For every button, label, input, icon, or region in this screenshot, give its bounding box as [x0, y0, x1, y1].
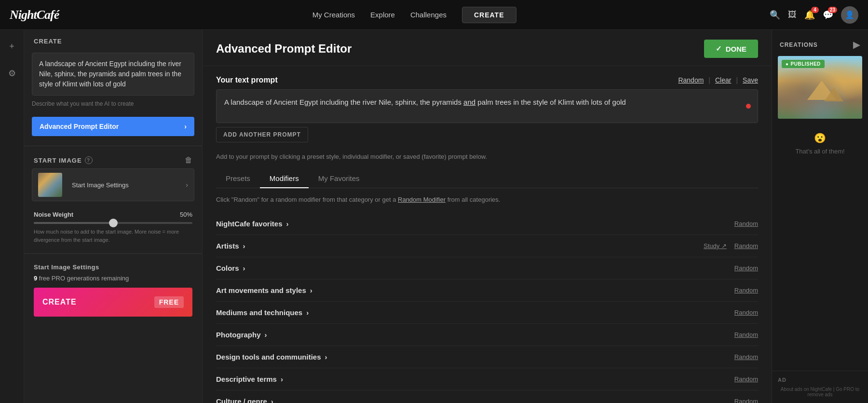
delete-start-image-icon[interactable]: 🗑 [185, 156, 192, 165]
settings-icon-btn[interactable]: ⚙ [3, 65, 21, 82]
slider-thumb[interactable] [109, 219, 118, 227]
app-logo[interactable]: NightCafé [10, 8, 59, 22]
noise-weight-hint: How much noise to add to the start image… [34, 228, 192, 244]
tabs-row: Presets Modifiers My Favorites [216, 169, 758, 188]
prompt-display-box[interactable]: A landscape of Ancient Egypt including t… [216, 89, 758, 123]
text-prompt-label: Your text prompt [216, 76, 278, 84]
main-content: Advanced Prompt Editor ✓ DONE Your text … [203, 30, 772, 403]
start-image-header: START IMAGE ? 🗑 [24, 152, 202, 168]
prompt-hint-text: Describe what you want the AI to create [32, 100, 194, 107]
category-mediums-techniques[interactable]: Mediums and techniques › Random [216, 302, 758, 324]
notifications-icon[interactable]: 🔔 4 [804, 10, 815, 20]
category-chevron-icon: › [306, 308, 309, 317]
start-image-thumbnail [38, 173, 62, 197]
free-tag: FREE [154, 296, 184, 308]
category-chevron-icon: › [281, 375, 283, 383]
category-chevron-icon: › [325, 353, 327, 361]
editor-body: Your text prompt Random | Clear | Save A… [203, 66, 772, 403]
nav-right-section: 🔍 🖼 🔔 4 💬 23 👤 [770, 6, 858, 24]
tab-my-favorites[interactable]: My Favorites [309, 169, 369, 188]
advanced-prompt-editor-button[interactable]: Advanced Prompt Editor › [32, 117, 194, 136]
category-chevron-icon: › [271, 397, 273, 403]
category-chevron-icon: › [286, 220, 289, 228]
tab-modifiers[interactable]: Modifiers [260, 169, 309, 188]
modifier-categories-list: NightCafe favorites › Random Artists › S… [216, 213, 758, 403]
search-icon[interactable]: 🔍 [770, 10, 780, 20]
image-icon[interactable]: 🖼 [788, 10, 797, 20]
empty-state-text: That's all of them! [795, 148, 844, 155]
photography-random-action[interactable]: Random [734, 331, 758, 338]
art-movements-random-action[interactable]: Random [734, 287, 758, 294]
left-panel: CREATE A landscape of Ancient Egypt incl… [24, 30, 203, 403]
random-modifier-link[interactable]: Random Modifier [398, 196, 446, 203]
nav-explore[interactable]: Explore [370, 11, 395, 19]
settings-section-title: Start Image Settings [34, 264, 192, 271]
category-descriptive-terms[interactable]: Descriptive terms › Random [216, 368, 758, 390]
mediums-random-action[interactable]: Random [734, 309, 758, 316]
user-avatar[interactable]: 👤 [841, 6, 858, 24]
category-design-tools[interactable]: Design tools and communities › Random [216, 346, 758, 368]
messages-icon[interactable]: 💬 23 [823, 10, 833, 20]
empty-state: 😮 That's all of them! [772, 123, 868, 165]
category-colors[interactable]: Colors › Random [216, 257, 758, 279]
empty-state-emoji: 😮 [814, 132, 826, 144]
chevron-right-icon: › [184, 123, 187, 130]
editor-title: Advanced Prompt Editor [216, 42, 352, 56]
text-prompt-actions: Random | Clear | Save [678, 76, 758, 84]
green-dot-icon: ● [786, 61, 789, 67]
published-badge: ● PUBLISHED [782, 60, 825, 68]
messages-badge: 23 [828, 7, 837, 13]
text-prompt-section: Your text prompt Random | Clear | Save A… [216, 76, 758, 142]
tab-presets[interactable]: Presets [216, 169, 260, 188]
nav-my-creations[interactable]: My Creations [312, 11, 355, 19]
create-free-button[interactable]: CREATE FREE [34, 288, 192, 317]
category-chevron-icon: › [243, 264, 245, 272]
artists-study-action[interactable]: Study ↗ [704, 242, 727, 250]
add-prompt-hint: Add to your prompt by clicking a preset … [216, 152, 758, 162]
modifier-hint: Click "Random" for a random modifier fro… [216, 196, 758, 203]
artists-random-action[interactable]: Random [734, 242, 758, 250]
category-nightcafe-favorites[interactable]: NightCafe favorites › Random [216, 213, 758, 235]
descriptive-terms-random-action[interactable]: Random [734, 375, 758, 383]
design-tools-random-action[interactable]: Random [734, 353, 758, 361]
category-culture-genre[interactable]: Culture / genre › Random [216, 390, 758, 403]
notifications-badge: 4 [811, 7, 819, 13]
nightcafe-random-action[interactable]: Random [734, 220, 758, 227]
divider-1 [24, 146, 202, 146]
noise-weight-slider[interactable] [34, 222, 192, 224]
main-layout: + ⚙ CREATE A landscape of Ancient Egypt … [0, 30, 868, 403]
nav-create-button[interactable]: CREATE [462, 7, 516, 23]
nav-challenges[interactable]: Challenges [410, 11, 447, 19]
pyramid-decoration-2 [824, 88, 843, 101]
prompt-error-dot [746, 104, 751, 109]
create-icon-btn[interactable]: + [3, 38, 21, 55]
save-action[interactable]: Save [743, 76, 758, 84]
creation-card[interactable]: ● PUBLISHED [778, 56, 862, 119]
divider-2 [24, 253, 202, 254]
start-image-settings-row[interactable]: Start Image Settings › [32, 168, 194, 201]
free-gen-text: 9 free PRO generations remaining [34, 275, 192, 282]
random-action[interactable]: Random [678, 76, 704, 84]
colors-random-action[interactable]: Random [734, 264, 758, 272]
help-icon[interactable]: ? [85, 156, 93, 164]
top-navigation: NightCafé My Creations Explore Challenge… [0, 0, 868, 30]
start-image-chevron-icon: › [186, 181, 188, 189]
right-panel-header: CREATIONS ▶ [772, 30, 868, 56]
clear-action[interactable]: Clear [715, 76, 731, 84]
category-chevron-icon: › [310, 286, 312, 294]
ad-links: About ads on NightCafe | Go PRO to remov… [778, 387, 862, 397]
expand-panel-icon[interactable]: ▶ [853, 40, 860, 50]
add-another-prompt-button[interactable]: ADD ANOTHER PROMPT [216, 127, 308, 142]
done-button[interactable]: ✓ DONE [704, 40, 758, 58]
category-chevron-icon: › [243, 242, 245, 250]
category-art-movements[interactable]: Art movements and styles › Random [216, 279, 758, 302]
noise-weight-label: Noise Weight [34, 211, 73, 218]
text-prompt-header: Your text prompt Random | Clear | Save [216, 76, 758, 84]
category-artists[interactable]: Artists › Study ↗ Random [216, 235, 758, 257]
about-ads-link[interactable]: About ads on NightCafe [781, 387, 832, 392]
culture-random-action[interactable]: Random [734, 398, 758, 403]
right-panel: CREATIONS ▶ ● PUBLISHED 😮 That's all of … [772, 30, 868, 403]
icon-sidebar: + ⚙ [0, 30, 24, 403]
category-photography[interactable]: Photography › Random [216, 324, 758, 346]
start-image-label: START IMAGE ? [34, 156, 93, 164]
